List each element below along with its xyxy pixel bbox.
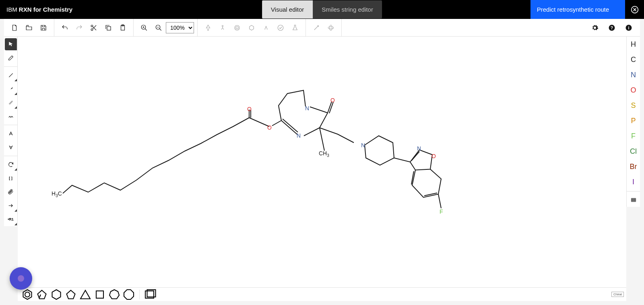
chiral-flag[interactable]: Chiral <box>611 292 624 297</box>
cyclooctane-ring[interactable] <box>122 289 136 301</box>
svg-marker-26 <box>80 290 90 299</box>
element-I[interactable]: I <box>627 174 640 190</box>
dearomatize-icon <box>248 24 255 31</box>
molecule-canvas[interactable]: H3COONNOCH3NNOF <box>18 37 626 287</box>
stereo-tool[interactable] <box>5 128 17 140</box>
tab-smiles-editor[interactable]: Smiles string editor <box>313 0 382 19</box>
close-button[interactable] <box>625 0 644 19</box>
atom-label: N <box>361 142 365 148</box>
predict-retrosynthetic-button[interactable]: Predict retrosynthetic route <box>530 0 625 19</box>
aromatize-icon <box>233 24 241 31</box>
svg-point-15 <box>330 25 332 31</box>
settings-button[interactable] <box>588 21 602 35</box>
svg-point-1 <box>91 29 93 31</box>
reaction-arrow-tool[interactable] <box>5 200 17 212</box>
gear-icon <box>591 24 599 31</box>
select-tool[interactable] <box>5 38 17 50</box>
brand-bold: RXN for Chemistry <box>19 6 72 13</box>
aromatize-button[interactable] <box>230 21 244 35</box>
help-button[interactable]: ? <box>605 21 619 35</box>
zoom-out-icon <box>155 24 162 31</box>
element-F[interactable]: F <box>627 128 640 144</box>
check-structure-button[interactable] <box>273 21 288 35</box>
cyclohexane-ring[interactable] <box>49 289 64 301</box>
zoom-select[interactable]: 100% <box>166 22 194 33</box>
charge-icon <box>8 144 14 150</box>
element-Br[interactable]: Br <box>627 159 640 174</box>
double-bond-tool[interactable] <box>5 97 17 109</box>
r1-label: •R1 <box>8 217 14 221</box>
cyclopropane-ring[interactable] <box>78 289 93 301</box>
chain-icon <box>8 113 14 120</box>
layout-button[interactable] <box>201 21 215 35</box>
about-button[interactable]: i <box>621 21 636 35</box>
bond-single-icon <box>8 72 14 78</box>
atom-label: N <box>305 105 309 111</box>
element-C[interactable]: C <box>627 52 640 67</box>
single-bond-tool[interactable] <box>5 69 17 81</box>
element-P[interactable]: P <box>627 113 640 128</box>
paste-button[interactable] <box>116 21 130 35</box>
help-icon: ? <box>608 24 615 31</box>
3d-icon <box>327 24 334 31</box>
new-file-button[interactable] <box>7 21 22 35</box>
element-Cl[interactable]: Cl <box>627 144 640 159</box>
undo-button[interactable] <box>58 21 72 35</box>
periodic-table-button[interactable] <box>627 194 640 206</box>
undo-icon <box>61 24 68 31</box>
element-H[interactable]: H <box>627 37 640 52</box>
cyclopentadiene-ring[interactable] <box>35 289 49 301</box>
element-S[interactable]: S <box>627 98 640 113</box>
svg-point-9 <box>222 25 223 27</box>
cycloheptane-ring[interactable] <box>107 289 122 301</box>
template-icon <box>143 287 157 302</box>
stereo-icon <box>8 130 14 137</box>
transform-tool[interactable] <box>5 159 17 171</box>
dearomatize-button[interactable] <box>244 21 259 35</box>
cyclobutane-ring[interactable] <box>93 289 107 301</box>
svg-text:i: i <box>628 25 630 30</box>
svg-rect-27 <box>96 291 103 298</box>
zoom-in-button[interactable] <box>137 21 151 35</box>
atom-label: N <box>297 132 301 139</box>
miew-button[interactable] <box>324 21 338 35</box>
top-toolbar: 100% ? i <box>4 19 640 37</box>
sgroup-tool[interactable]: [ ] <box>5 172 17 184</box>
triangle-icon <box>78 287 93 302</box>
element-O[interactable]: O <box>627 82 640 98</box>
svg-point-22 <box>25 292 30 297</box>
attach-tool[interactable] <box>5 186 17 198</box>
molecule-svg <box>18 37 626 287</box>
calc-cip-button[interactable] <box>259 21 273 35</box>
benzene-ring[interactable] <box>20 289 35 301</box>
save-file-button[interactable] <box>36 21 51 35</box>
layout-icon <box>204 24 212 31</box>
copy-button[interactable] <box>101 21 116 35</box>
charge-tool[interactable] <box>5 141 17 153</box>
template-library-button[interactable] <box>143 289 157 301</box>
cyclopentane-ring[interactable] <box>64 289 78 301</box>
analysis-button[interactable] <box>309 21 324 35</box>
periodic-table-icon <box>630 197 637 203</box>
rgroup-tool[interactable]: •R1 <box>5 213 17 225</box>
file-group <box>4 19 54 36</box>
flask-icon <box>291 24 299 31</box>
chat-fab[interactable] <box>10 267 32 290</box>
svg-marker-23 <box>38 290 46 299</box>
clean-button[interactable] <box>215 21 230 35</box>
element-N[interactable]: N <box>627 67 640 82</box>
erase-tool[interactable] <box>5 52 17 64</box>
chain-tool[interactable] <box>5 110 17 122</box>
wedge-bond-tool[interactable] <box>5 83 17 95</box>
calc-values-button[interactable] <box>288 21 302 35</box>
zoom-group: 100% <box>134 19 198 36</box>
analysis-group <box>306 19 342 36</box>
cut-button[interactable] <box>87 21 101 35</box>
tab-visual-editor[interactable]: Visual editor <box>262 0 313 19</box>
svg-point-2 <box>91 25 93 27</box>
redo-button[interactable] <box>72 21 87 35</box>
zoom-out-button[interactable] <box>151 21 166 35</box>
save-icon <box>40 24 47 31</box>
open-file-button[interactable] <box>22 21 36 35</box>
brand-light: IBM <box>6 6 17 13</box>
